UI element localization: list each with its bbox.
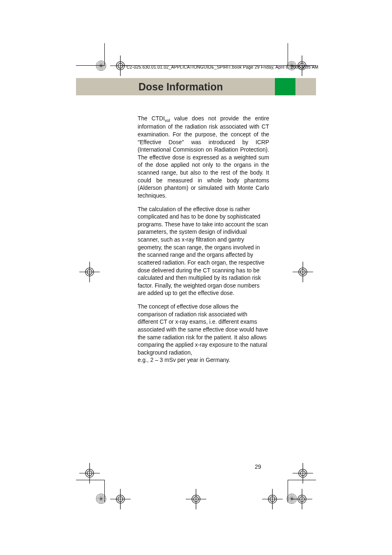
- text-span: The CTDI: [138, 115, 165, 122]
- registration-mark-icon: [106, 51, 135, 80]
- text-span: value does not provide the entire inform…: [138, 115, 269, 199]
- registration-mark-icon: [288, 258, 317, 286]
- registration-mark-icon: [288, 459, 317, 488]
- crop-line: [76, 480, 105, 480]
- section-header: Dose Information: [76, 78, 316, 95]
- registration-mark-icon: [75, 459, 104, 488]
- rosette-icon: [286, 60, 297, 71]
- registration-mark-icon: [106, 485, 135, 514]
- section-title: Dose Information: [138, 81, 223, 93]
- paragraph: The CTDIvol value does not provide the e…: [138, 115, 269, 200]
- registration-mark-icon: [75, 258, 104, 286]
- page-number: 29: [255, 463, 261, 470]
- header-bg-mid: Dose Information: [138, 78, 275, 95]
- header-bg-right: [295, 78, 316, 95]
- rosette-icon: [286, 493, 297, 504]
- subscript: vol: [165, 118, 170, 123]
- header-bg-left: [76, 78, 138, 95]
- crop-line: [288, 480, 316, 480]
- rosette-icon: [95, 493, 107, 504]
- paragraph: The calculation of the effective dose is…: [138, 206, 269, 298]
- text-span: The concept of effective dose allows the…: [138, 304, 268, 356]
- rosette-icon: [95, 60, 107, 71]
- body-text: The CTDIvol value does not provide the e…: [138, 115, 269, 370]
- registration-mark-icon: [182, 485, 210, 514]
- registration-mark-icon: [258, 485, 287, 514]
- header-accent-green: [275, 78, 295, 95]
- paragraph: The concept of effective dose allows the…: [138, 303, 269, 364]
- text-span: e.g., 2 – 3 mSv per year in Germany.: [138, 357, 230, 363]
